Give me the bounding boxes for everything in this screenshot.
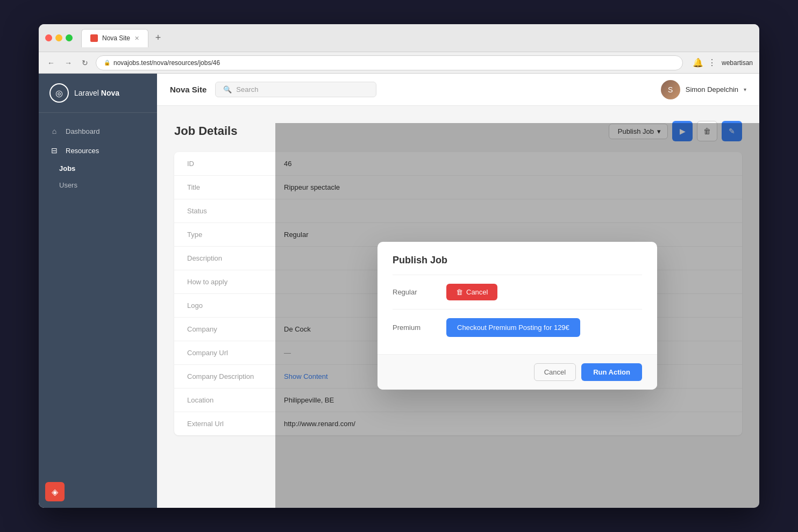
sidebar-subitem-users[interactable]: Users: [39, 177, 157, 193]
user-avatar: S: [661, 80, 680, 99]
address-bar: ← → ↻ 🔒 novajobs.test/nova/resources/job…: [39, 52, 759, 74]
sidebar-bottom: ◈: [39, 476, 157, 508]
top-nav: Nova Site 🔍 Search S Simon Depelchin ▾: [157, 74, 759, 106]
modal-overlay[interactable]: Publish Job Regular 🗑 Cancel: [275, 123, 759, 508]
sidebar-logo: ◎ Laravel Nova: [39, 74, 157, 113]
search-bar[interactable]: 🔍 Search: [215, 82, 376, 97]
minimize-traffic-light[interactable]: [55, 34, 62, 41]
lock-icon: 🔒: [104, 60, 110, 66]
field-label-location: Location: [187, 396, 284, 404]
fullscreen-traffic-light[interactable]: [66, 34, 73, 41]
new-tab-button[interactable]: +: [151, 31, 166, 46]
sidebar-item-label-resources: Resources: [66, 147, 99, 155]
top-nav-right: S Simon Depelchin ▾: [661, 80, 746, 99]
trash-icon: 🗑: [456, 288, 463, 296]
field-label-company: Company: [187, 325, 284, 333]
sidebar-item-label-dashboard: Dashboard: [66, 127, 100, 135]
search-icon: 🔍: [223, 85, 232, 94]
tab-favicon: [90, 34, 98, 42]
traffic-lights: [45, 34, 73, 41]
sidebar: ◎ Laravel Nova ⌂ Dashboard ⊟ Resources J…: [39, 74, 157, 508]
browser-user-label: webartisan: [722, 59, 753, 67]
tab-title: Nova Site: [102, 34, 130, 42]
field-label-status: Status: [187, 207, 284, 215]
field-label-description: Description: [187, 254, 284, 262]
cancel-red-button-label: Cancel: [466, 288, 488, 296]
cancel-red-button[interactable]: 🗑 Cancel: [446, 284, 497, 300]
logo-text-bold: Nova: [101, 89, 119, 97]
back-button[interactable]: ←: [45, 56, 57, 69]
modal-option-premium: Premium Checkout Premium Posting for 129…: [393, 309, 642, 346]
app-body: ◎ Laravel Nova ⌂ Dashboard ⊟ Resources J…: [39, 74, 759, 508]
field-label-id: ID: [187, 160, 284, 168]
field-label-external-url: External Url: [187, 420, 284, 428]
sidebar-bottom-icon[interactable]: ◈: [45, 482, 65, 501]
resources-icon: ⊟: [49, 146, 59, 155]
logo-text: Laravel Nova: [74, 89, 119, 97]
modal-footer: Cancel Run Action: [377, 354, 657, 390]
modal-body: Regular 🗑 Cancel Premium: [377, 275, 657, 354]
menu-icon[interactable]: ⋮: [708, 57, 716, 68]
home-icon: ⌂: [49, 127, 59, 135]
modal-option-regular-content: 🗑 Cancel: [446, 284, 642, 300]
sidebar-item-dashboard[interactable]: ⌂ Dashboard: [39, 121, 157, 141]
field-label-title: Title: [187, 183, 284, 191]
modal-cancel-button[interactable]: Cancel: [534, 363, 576, 381]
user-chevron-icon[interactable]: ▾: [744, 87, 746, 92]
field-label-how-to-apply: How to apply: [187, 278, 284, 286]
forward-button[interactable]: →: [62, 56, 74, 69]
sidebar-subitem-jobs-label: Jobs: [59, 164, 75, 172]
checkout-button-label: Checkout Premium Posting for 129€: [457, 323, 569, 332]
browser-tab[interactable]: Nova Site ✕: [81, 29, 148, 47]
logo-text-regular: Laravel: [74, 89, 99, 97]
modal-header: Publish Job: [377, 242, 657, 275]
tab-close-icon[interactable]: ✕: [134, 35, 139, 42]
publish-job-modal: Publish Job Regular 🗑 Cancel: [377, 242, 657, 390]
field-label-company-description: Company Description: [187, 372, 284, 380]
page-title: Job Details: [174, 124, 237, 138]
field-label-logo: Logo: [187, 301, 284, 310]
modal-option-premium-label: Premium: [393, 323, 446, 332]
reload-button[interactable]: ↻: [80, 56, 90, 69]
modal-option-premium-content: Checkout Premium Posting for 129€: [446, 318, 642, 337]
sidebar-subitem-users-label: Users: [59, 181, 77, 189]
checkout-button[interactable]: Checkout Premium Posting for 129€: [446, 318, 580, 337]
run-action-button[interactable]: Run Action: [581, 363, 642, 381]
sidebar-item-resources[interactable]: ⊟ Resources: [39, 141, 157, 160]
sidebar-nav: ⌂ Dashboard ⊟ Resources Jobs Users: [39, 113, 157, 202]
title-bar: Nova Site ✕ +: [39, 24, 759, 52]
tab-bar: Nova Site ✕ +: [81, 29, 166, 47]
site-name: Nova Site: [170, 85, 206, 94]
browser-window: Nova Site ✕ + ← → ↻ 🔒 novajobs.test/nova…: [39, 24, 759, 508]
modal-title: Publish Job: [393, 255, 642, 266]
url-field[interactable]: 🔒 novajobs.test/nova/resources/jobs/46: [96, 55, 683, 70]
browser-actions: 🔔 ⋮: [693, 57, 716, 68]
url-text: novajobs.test/nova/resources/jobs/46: [113, 59, 220, 67]
search-placeholder-text: Search: [236, 85, 258, 94]
user-name: Simon Depelchin: [686, 85, 738, 94]
logo-icon: ◎: [49, 83, 69, 103]
close-traffic-light[interactable]: [45, 34, 52, 41]
field-label-company-url: Company Url: [187, 349, 284, 357]
sidebar-logo-small-icon: ◈: [52, 487, 58, 497]
extension-icon[interactable]: 🔔: [693, 57, 703, 68]
modal-option-regular-label: Regular: [393, 288, 446, 296]
content-wrapper: Nova Site 🔍 Search S Simon Depelchin ▾ J…: [157, 74, 759, 508]
field-label-type: Type: [187, 231, 284, 239]
modal-option-regular: Regular 🗑 Cancel: [393, 275, 642, 309]
sidebar-subitem-jobs[interactable]: Jobs: [39, 160, 157, 177]
